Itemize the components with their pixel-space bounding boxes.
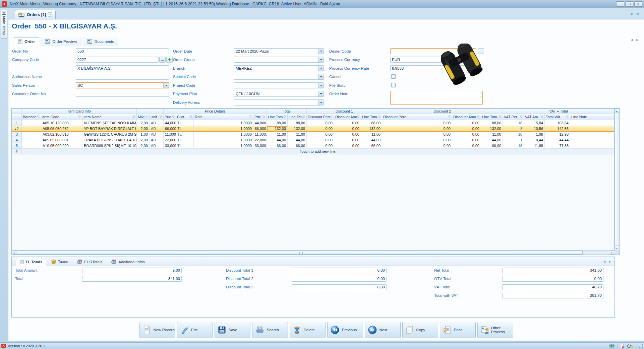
discount-total-3-field[interactable]: 0,00 [292, 284, 387, 290]
grid-cell[interactable]: 18 [503, 120, 524, 126]
grid-cell[interactable]: 22,000.. [164, 137, 176, 143]
grid-cell[interactable]: 15,84 [524, 120, 545, 126]
order-no-field[interactable]: 550 [76, 48, 169, 54]
note-scroll-left-icon[interactable]: ‹ [392, 101, 393, 104]
system-window-icon[interactable] [609, 344, 615, 348]
tab-taxes[interactable]: Taxes [47, 258, 72, 266]
note-scroll-down-icon[interactable]: ˅ [480, 95, 481, 98]
grid-cell[interactable]: 0,00 [334, 120, 361, 126]
document-status-icon[interactable] [620, 344, 624, 348]
filter-funnel-icon[interactable] [172, 116, 175, 118]
grid-cell[interactable]: 0,00 [334, 126, 361, 132]
project-code-combo[interactable] [234, 82, 324, 88]
search-button[interactable]: Search [252, 322, 288, 338]
filter-funnel-icon[interactable] [540, 116, 543, 118]
filter-funnel-icon[interactable] [302, 116, 305, 118]
grid-cell[interactable]: 0,00 [452, 137, 481, 143]
grid-cell[interactable]: 11,000.. [164, 132, 176, 137]
grid-cell[interactable]: 132,00 [361, 126, 382, 132]
grid-cell[interactable]: 12,98 [545, 132, 570, 137]
grid-cell[interactable]: 33,000.. [253, 143, 267, 149]
grid-new-line-row[interactable]: Touch to add new line. [12, 149, 614, 154]
project-code-dropdown-icon[interactable] [318, 83, 324, 88]
minimize-button[interactable]: ─ [616, 1, 624, 7]
grid-column-header[interactable]: Discount Perc.. [382, 114, 452, 120]
grid-cell[interactable]: 1,0000 [194, 120, 253, 126]
grid-cell[interactable]: TL [176, 137, 194, 143]
grid-cell[interactable]: 33,000.. [164, 143, 176, 149]
grid-column-header[interactable]: Line Tota.. [481, 114, 503, 120]
grid-cell[interactable]: 88,00 [361, 120, 382, 126]
filter-funnel-icon[interactable] [132, 116, 135, 118]
delivery-address-combo[interactable] [234, 99, 324, 106]
grid-cell[interactable]: 1,0000 [194, 143, 253, 149]
delivery-address-dropdown-icon[interactable] [318, 100, 324, 105]
subtab-documents[interactable]: Documents [83, 37, 118, 46]
grid-cell[interactable]: TL [176, 120, 194, 126]
grid-cell[interactable]: 2,00 [137, 143, 150, 149]
grid-cell[interactable]: 1,0000 [194, 137, 253, 143]
grid-cell[interactable]: YP BOT BAYRAK DİREĞİ ALT LAS.. [82, 126, 137, 132]
grid-column-header[interactable]: VAT Per.. [503, 114, 524, 120]
filter-funnel-icon[interactable] [283, 116, 286, 118]
grid-cell[interactable] [570, 137, 614, 143]
total-field[interactable]: 341,00 [82, 276, 182, 282]
grid-column-header[interactable]: Total Wit.. [545, 114, 570, 120]
grid-cell[interactable]: 22,000.. [253, 137, 267, 143]
grid-cell[interactable]: A05.10.120.003 [41, 120, 82, 126]
grid-cell[interactable]: 2,00 [137, 137, 150, 143]
grid-column-header[interactable]: Discount Amo.. [452, 114, 481, 120]
branch-combo[interactable]: MERKEZ [234, 65, 324, 71]
grid-cell[interactable]: 0,00 [382, 120, 452, 126]
grid-row[interactable]: ▸2A05.06.050.232YP BOT BAYRAK DİREĞİ ALT… [12, 126, 614, 132]
copy-button[interactable]: Copy [402, 322, 438, 338]
grid-cell[interactable]: 0,00 [382, 137, 452, 143]
grid-cell[interactable]: 0,00 [334, 137, 361, 143]
grid-column-header[interactable]: Line Tota.. [361, 114, 382, 120]
grid-cell[interactable]: 66,000.. [253, 126, 267, 132]
grid-new-line-gear[interactable] [12, 149, 22, 154]
grid-cell[interactable] [570, 143, 614, 149]
filter-funnel-icon[interactable] [159, 116, 162, 118]
scroll-left-icon[interactable]: ◂ [12, 251, 16, 255]
grid-cell[interactable]: 66,000.. [164, 126, 176, 132]
total-amount-field[interactable]: 9,00 [82, 268, 182, 273]
grid-column-header[interactable]: Discount Amo.. [334, 114, 361, 120]
sales-person-combo[interactable]: BC [76, 82, 169, 88]
company-code-browse-button[interactable]: ... [159, 57, 166, 63]
filter-funnel-icon[interactable] [37, 116, 40, 118]
order-date-combo[interactable]: 22 Mart 2020 Pazar [234, 48, 324, 54]
discount-total-2-field[interactable]: 0,00 [292, 276, 387, 282]
maximize-button[interactable]: ❐ [625, 1, 633, 7]
totals-tabs-scroll-right-icon[interactable]: ▶ [609, 260, 611, 263]
grid-cell[interactable]: 1,0000 [194, 126, 253, 132]
grid-cell[interactable]: 103,84 [545, 120, 570, 126]
grid-cell[interactable]: AD [150, 126, 164, 132]
sync-connection-icon[interactable] [627, 344, 633, 348]
otv-total-field[interactable]: 0,00 [502, 276, 603, 282]
grid-cell[interactable]: GEWISS 12241 CHORUS 2M SİYA.. [82, 132, 137, 137]
tab-orders[interactable]: Orders [1] ✕ [15, 10, 56, 19]
filter-funnel-icon[interactable] [78, 116, 81, 118]
grid-cell[interactable]: 142,56 [545, 126, 570, 132]
order-group-combo[interactable] [234, 57, 324, 63]
filter-funnel-icon[interactable] [189, 116, 192, 118]
vat-total-field[interactable]: 40,70 [502, 284, 603, 290]
order-date-dropdown-icon[interactable] [318, 49, 324, 54]
grid-cell[interactable]: 0,00 [452, 120, 481, 126]
grid-cell[interactable]: 1 [503, 137, 524, 143]
grid-cell[interactable]: 11,000.. [253, 132, 267, 137]
filter-funnel-icon[interactable] [448, 116, 451, 118]
tab-eur-totals[interactable]: EURTotals [73, 258, 106, 266]
grid-cell[interactable] [22, 137, 41, 143]
grid-cell[interactable]: TRAKA BOSUNS CHAIR LA 10080.. [82, 137, 137, 143]
branch-dropdown-icon[interactable] [318, 66, 324, 71]
filter-funnel-icon[interactable] [330, 116, 333, 118]
horizontal-scroll-thumb[interactable] [16, 251, 583, 255]
grid-cell[interactable]: 2,00 [137, 126, 150, 132]
payment-plan-combo[interactable]: ÇEK-110GÜN [234, 91, 324, 97]
grid-cell[interactable]: AD [150, 137, 164, 143]
tab-list-dropdown-icon[interactable]: ▾ [631, 12, 633, 16]
grid-cell[interactable]: A10.05.090.020 [41, 143, 82, 149]
filter-funnel-icon[interactable] [520, 116, 523, 118]
